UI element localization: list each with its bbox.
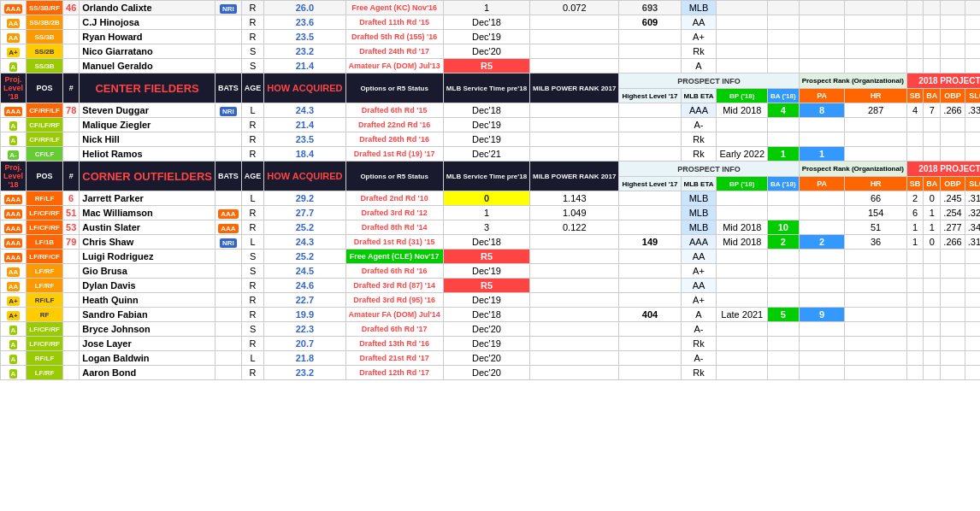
table-row: A LF/RF Aaron Bond R 23.2 Drafted 12th R…	[1, 366, 981, 380]
pa	[845, 250, 906, 264]
mlb-service-time	[530, 337, 619, 351]
sb	[924, 351, 941, 366]
player-name: Orlando Calixte	[80, 1, 215, 15]
player-name: Jose Layer	[80, 337, 215, 351]
ba-rank: 2	[799, 235, 845, 250]
player-name: Sandro Fabian	[80, 308, 215, 322]
ba-rank	[799, 191, 845, 206]
age: 25.2	[264, 250, 345, 264]
ba-stat	[941, 250, 965, 264]
position: LF/CF/RF	[27, 337, 63, 351]
badge	[215, 147, 241, 162]
pa	[845, 1, 906, 15]
player-name: Bryce Johnson	[80, 322, 215, 337]
pa	[845, 293, 906, 308]
options-r5: R5	[443, 59, 529, 73]
ba-rank	[799, 351, 845, 366]
highest-level: A-	[681, 351, 717, 366]
options-r5: Dec'21	[443, 147, 529, 162]
options-r5: Dec'19	[443, 118, 529, 132]
hr: 6	[906, 206, 924, 220]
milb-power-rank	[619, 132, 681, 147]
highest-level: A-	[681, 322, 717, 337]
bp-rank	[768, 264, 800, 279]
position: SS/2B	[27, 44, 63, 59]
badge	[215, 15, 241, 30]
bp-rank	[768, 1, 800, 15]
bats-header: BATS	[215, 73, 241, 103]
level-badge: A	[1, 351, 27, 366]
hr	[906, 1, 924, 15]
how-acquired: Drafted 22nd Rd '16	[345, 118, 443, 132]
table-row: AAA CF/RF/LF 78 Steven Duggar NRI L 24.3…	[1, 103, 981, 118]
co-title-cell: CORNER OUTFIELDERS	[80, 162, 215, 191]
mlb-eta	[717, 1, 768, 15]
level-badge: A	[1, 337, 27, 351]
obp-stat	[965, 322, 980, 337]
obp-stat	[965, 147, 980, 162]
options-r5: R5	[443, 250, 529, 264]
bp-rank: 10	[768, 220, 800, 235]
mlb-eta: Mid 2018	[717, 103, 768, 118]
number	[63, 15, 80, 30]
sb: 7	[924, 103, 941, 118]
hr	[906, 44, 924, 59]
age: 23.2	[264, 44, 345, 59]
milb-power-rank	[619, 206, 681, 220]
mlb-service-time	[530, 264, 619, 279]
options-r5: Dec'18	[443, 235, 529, 250]
mlb-service-time	[530, 147, 619, 162]
age: 22.7	[264, 293, 345, 308]
bp-rank: 4	[768, 103, 800, 118]
highest-level: A	[681, 59, 717, 73]
ba-sub: BA ('18)	[768, 89, 800, 103]
highest-level: A	[681, 308, 717, 322]
player-name: Aaron Bond	[80, 366, 215, 380]
mlb-service-time	[530, 235, 619, 250]
bats: L	[241, 103, 264, 118]
pa: 36	[845, 235, 906, 250]
badge	[215, 279, 241, 293]
pa	[845, 264, 906, 279]
mlb-eta	[717, 30, 768, 44]
milb-power-rank	[619, 322, 681, 337]
pa	[845, 147, 906, 162]
milb-power-rank	[619, 351, 681, 366]
ba-stat	[941, 337, 965, 351]
table-row: A- CF/LF Heliot Ramos R 18.4 Drafted 1st…	[1, 147, 981, 162]
obp-stat	[965, 250, 980, 264]
player-name: Malique Ziegler	[80, 118, 215, 132]
age: 21.8	[264, 351, 345, 366]
milb-power-rank	[619, 366, 681, 380]
mlb-service-time	[530, 132, 619, 147]
slg-proj-sub: SLG	[965, 89, 980, 103]
ba-rank	[799, 250, 845, 264]
how-acquired: Drafted 3rd Rd (95) '16	[345, 293, 443, 308]
mlb-eta: Mid 2018	[717, 220, 768, 235]
hr	[906, 264, 924, 279]
mlb-eta	[717, 118, 768, 132]
age: 27.7	[264, 206, 345, 220]
mlb-eta	[717, 293, 768, 308]
milb-power-rank: 693	[619, 1, 681, 15]
badge	[215, 250, 241, 264]
ba-stat	[941, 351, 965, 366]
bp-rank: 1	[768, 147, 800, 162]
level-badge: AAA	[1, 191, 27, 206]
highest-level-sub: Highest Level '17	[619, 89, 681, 103]
bats: R	[241, 15, 264, 30]
position: CF/LF/RF	[27, 118, 63, 132]
milb-power-rank: 609	[619, 15, 681, 30]
bats: L	[241, 235, 264, 250]
bats: R	[241, 366, 264, 380]
ba-rank	[799, 337, 845, 351]
pa	[845, 308, 906, 322]
options-r5: 0	[443, 191, 529, 206]
how-acquired: Drafted 6th Rd '17	[345, 322, 443, 337]
ba-stat	[941, 366, 965, 380]
mlb-eta	[717, 322, 768, 337]
number	[63, 118, 80, 132]
level-badge: A+	[1, 293, 27, 308]
mlb-eta	[717, 366, 768, 380]
player-name: Austin Slater	[80, 220, 215, 235]
